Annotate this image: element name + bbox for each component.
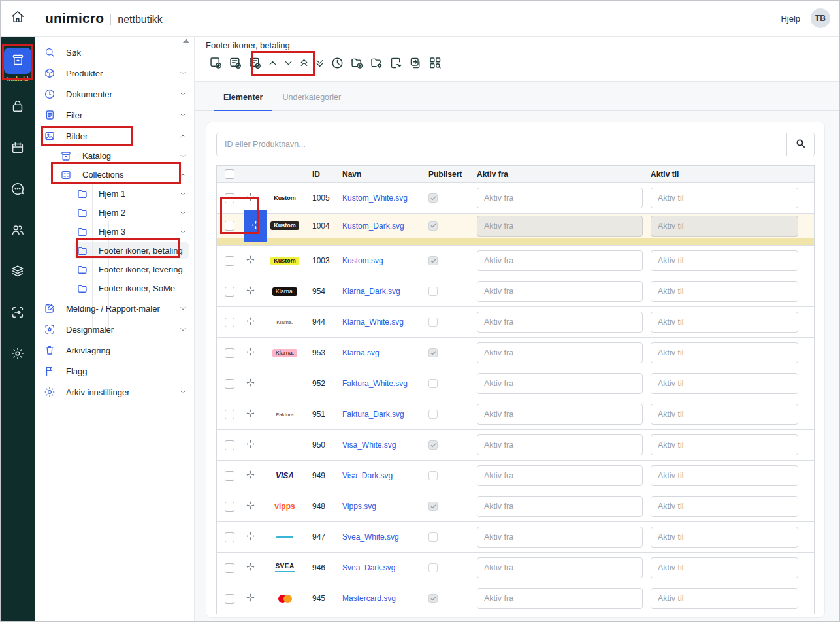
- published-checkbox[interactable]: [428, 440, 438, 450]
- home-button[interactable]: [1, 10, 35, 27]
- search-input[interactable]: [217, 133, 786, 156]
- drag-handle[interactable]: [246, 378, 265, 390]
- drag-handle-active[interactable]: [244, 210, 267, 242]
- move-bottom-button[interactable]: [312, 56, 327, 73]
- rail-item-gear[interactable]: [10, 346, 25, 361]
- image-name-link[interactable]: Faktura_White.svg: [342, 379, 428, 388]
- active-from-input[interactable]: [477, 588, 643, 609]
- image-name-link[interactable]: Kustom_White.svg: [342, 193, 428, 203]
- move-down-button[interactable]: [280, 56, 296, 73]
- row-checkbox[interactable]: [225, 594, 234, 604]
- chevron-up-icon[interactable]: [178, 131, 187, 140]
- row-checkbox[interactable]: [225, 379, 234, 389]
- active-from-input[interactable]: [477, 312, 643, 333]
- history-button[interactable]: [327, 56, 347, 73]
- active-from-input[interactable]: [477, 527, 643, 548]
- drag-handle[interactable]: [246, 286, 265, 298]
- sidebar-item-melding-rapport-maler[interactable]: Melding- / Rapport-maler: [35, 298, 194, 319]
- rail-item-chat[interactable]: [10, 182, 25, 196]
- active-from-input[interactable]: [477, 557, 643, 578]
- rail-item-shopping-bag[interactable]: [10, 99, 25, 114]
- drag-handle[interactable]: [246, 255, 265, 267]
- rail-item-users[interactable]: [10, 223, 25, 237]
- row-checkbox[interactable]: [225, 221, 234, 231]
- image-name-link[interactable]: Visa_White.svg: [342, 440, 428, 450]
- move-up-button[interactable]: [265, 56, 280, 73]
- avatar[interactable]: TB: [811, 8, 830, 28]
- sidebar-item-bilder[interactable]: Bilder: [35, 125, 194, 146]
- active-to-input[interactable]: [651, 216, 798, 237]
- search-button[interactable]: [786, 133, 814, 156]
- drag-handle[interactable]: [246, 470, 265, 482]
- chevron-down-icon[interactable]: [178, 90, 187, 99]
- select-all-checkbox[interactable]: [225, 169, 234, 179]
- active-from-input[interactable]: [477, 216, 643, 237]
- published-checkbox[interactable]: [428, 348, 438, 357]
- chevron-down-icon[interactable]: [178, 325, 187, 334]
- help-link[interactable]: Hjelp: [781, 14, 800, 24]
- active-to-input[interactable]: [651, 281, 798, 302]
- drag-handle[interactable]: [246, 439, 265, 451]
- sidebar-item-flagg[interactable]: Flagg: [35, 361, 194, 382]
- published-checkbox[interactable]: [428, 221, 438, 231]
- chevron-down-icon[interactable]: [178, 189, 187, 199]
- row-checkbox[interactable]: [225, 532, 234, 542]
- active-to-input[interactable]: [651, 527, 798, 548]
- row-checkbox[interactable]: [225, 410, 234, 419]
- image-name-link[interactable]: Klarna_Dark.svg: [342, 287, 428, 296]
- sidebar-item-arkivlagring[interactable]: Arkivlagring: [35, 340, 194, 361]
- grid-search-button[interactable]: [425, 56, 445, 73]
- row-checkbox[interactable]: [225, 318, 234, 327]
- chevron-down-icon[interactable]: [178, 110, 187, 120]
- sidebar-item-hjem-2[interactable]: Hjem 2: [35, 203, 194, 222]
- drag-handle[interactable]: [246, 408, 265, 421]
- sidebar-item-footer-ikoner-levering[interactable]: Footer ikoner, levering: [35, 260, 194, 279]
- drag-handle[interactable]: [246, 531, 265, 544]
- published-checkbox[interactable]: [428, 410, 438, 419]
- tab-underkategorier[interactable]: Underkategorier: [272, 93, 351, 110]
- drag-handle[interactable]: [246, 316, 265, 329]
- sidebar-item-collections[interactable]: Collections: [35, 165, 194, 184]
- chevron-down-icon[interactable]: [178, 227, 187, 237]
- image-name-link[interactable]: Klarna.svg: [342, 348, 428, 357]
- rail-item-innhold[interactable]: Innhold: [4, 48, 31, 82]
- item-add-button[interactable]: [206, 56, 225, 73]
- drag-handle[interactable]: [246, 593, 265, 605]
- active-from-input[interactable]: [477, 496, 643, 517]
- published-checkbox[interactable]: [428, 502, 438, 511]
- file-move-button[interactable]: [386, 56, 406, 73]
- list-add-button[interactable]: [225, 56, 245, 73]
- sidebar-item-dokumenter[interactable]: Dokumenter: [35, 84, 194, 105]
- rail-item-calendar[interactable]: [10, 140, 25, 155]
- row-checkbox[interactable]: [225, 348, 234, 358]
- move-top-button[interactable]: [296, 56, 312, 73]
- image-name-link[interactable]: Faktura_Dark.svg: [342, 410, 428, 419]
- folder-add-button[interactable]: [347, 56, 366, 73]
- rail-item-scan-settings[interactable]: [10, 305, 25, 319]
- active-from-input[interactable]: [477, 434, 643, 455]
- sidebar-item-produkter[interactable]: Produkter: [35, 63, 194, 84]
- sidebar-item-footer-ikoner-betaling[interactable]: Footer ikoner, betaling: [35, 241, 194, 260]
- active-to-input[interactable]: [651, 404, 798, 425]
- chevron-down-icon[interactable]: [178, 387, 187, 397]
- active-to-input[interactable]: [651, 312, 798, 333]
- copy-out-button[interactable]: [406, 56, 425, 73]
- image-name-link[interactable]: Svea_Dark.svg: [342, 563, 428, 572]
- sidebar-item-footer-ikoner-some[interactable]: Footer ikoner, SoMe: [35, 279, 194, 298]
- image-name-link[interactable]: Mastercard.svg: [342, 594, 428, 603]
- active-to-input[interactable]: [651, 465, 798, 486]
- active-to-input[interactable]: [651, 588, 798, 609]
- published-checkbox[interactable]: [428, 256, 438, 265]
- active-from-input[interactable]: [477, 342, 643, 363]
- sidebar-item-katalog[interactable]: Katalog: [35, 146, 194, 165]
- published-checkbox[interactable]: [428, 193, 438, 203]
- active-from-input[interactable]: [477, 373, 643, 394]
- sidebar-item-designmaler[interactable]: Designmaler: [35, 319, 194, 340]
- published-checkbox[interactable]: [428, 563, 438, 572]
- sidebar-item-filer[interactable]: Filer: [35, 105, 194, 125]
- chevron-down-icon[interactable]: [178, 304, 187, 313]
- chevron-down-icon[interactable]: [178, 152, 187, 161]
- row-checkbox[interactable]: [225, 502, 234, 512]
- chevron-down-icon[interactable]: [178, 208, 187, 218]
- active-to-input[interactable]: [651, 250, 798, 271]
